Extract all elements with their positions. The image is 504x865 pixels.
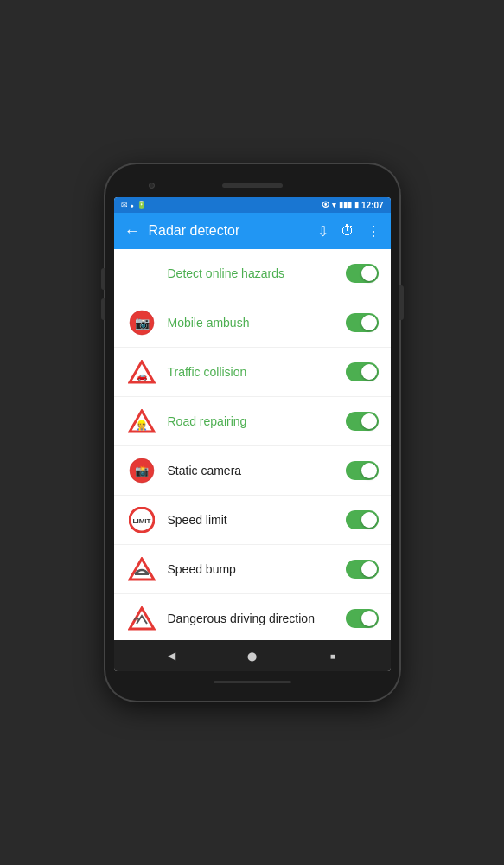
screen: ✉ ● 🔋 ⦿ ▾ ▮▮▮ ▮ 12:07 ← Radar detector ⇩…	[114, 197, 391, 671]
traffic-collision-toggle[interactable]	[346, 362, 379, 381]
online-hazards-icon-placeholder	[126, 258, 157, 289]
dangerous-driving-toggle[interactable]	[346, 609, 379, 628]
battery-saver-icon: 🔋	[137, 201, 146, 209]
location-icon: ⦿	[322, 201, 329, 209]
static-camera-toggle[interactable]	[346, 461, 379, 480]
history-icon[interactable]: ⏱	[341, 223, 354, 239]
phone-device: ✉ ● 🔋 ⦿ ▾ ▮▮▮ ▮ 12:07 ← Radar detector ⇩…	[105, 164, 399, 701]
wifi-icon: ▾	[332, 201, 336, 209]
mobile-ambush-label: Mobile ambush	[168, 316, 346, 330]
svg-marker-12	[130, 608, 154, 629]
road-repairing-icon: 👷	[126, 406, 157, 437]
traffic-collision-icon: 🚗	[126, 356, 157, 388]
svg-text:👷: 👷	[136, 419, 148, 431]
volume-up-button[interactable]	[101, 268, 105, 290]
bottom-navigation: ◀ ⬤ ■	[114, 640, 391, 671]
speed-bump-label: Speed bump	[168, 562, 346, 576]
list-item-traffic-collision[interactable]: 🚗 Traffic collision	[114, 348, 391, 397]
phone-top-bar	[114, 176, 391, 194]
list-item-dangerous-driving[interactable]: Dangerous driving direction	[114, 594, 391, 640]
online-hazards-toggle[interactable]	[346, 264, 379, 283]
svg-text:🚗: 🚗	[137, 370, 148, 381]
road-repairing-toggle[interactable]	[346, 412, 379, 431]
list-item-mobile-ambush[interactable]: 📷 Mobile ambush	[114, 298, 391, 348]
app-bar: ← Radar detector ⇩ ⏱ ⋮	[114, 213, 391, 249]
static-camera-icon: 📸	[126, 455, 157, 486]
svg-text:LIMIT: LIMIT	[132, 517, 150, 525]
list-item-online-hazards[interactable]: Detect online hazards	[114, 249, 391, 298]
speed-limit-label: Speed limit	[168, 513, 346, 527]
app-bar-title: Radar detector	[149, 223, 309, 239]
power-button[interactable]	[399, 285, 404, 320]
speed-limit-toggle[interactable]	[346, 510, 379, 529]
list-item-static-camera[interactable]: 📸 Static camera	[114, 446, 391, 496]
more-options-icon[interactable]: ⋮	[367, 223, 380, 240]
list-item-speed-bump[interactable]: Speed bump	[114, 545, 391, 594]
battery-icon: ▮	[354, 201, 359, 209]
status-left-icons: ✉ ● 🔋	[121, 201, 146, 209]
road-repairing-label: Road repairing	[168, 414, 346, 428]
status-right-icons: ⦿ ▾ ▮▮▮ ▮ 12:07	[322, 201, 384, 210]
recent-nav-button[interactable]: ■	[322, 645, 343, 666]
app-bar-actions: ⇩ ⏱ ⋮	[317, 223, 380, 240]
download-icon[interactable]: ⇩	[317, 223, 329, 240]
phone-bottom-bar	[114, 675, 391, 689]
back-nav-button[interactable]: ◀	[161, 645, 182, 666]
speed-bump-toggle[interactable]	[346, 560, 379, 579]
list-item-speed-limit[interactable]: LIMIT Speed limit	[114, 496, 391, 545]
svg-text:📸: 📸	[135, 464, 150, 478]
back-button[interactable]: ←	[124, 222, 140, 240]
svg-text:📷: 📷	[134, 316, 150, 330]
mobile-ambush-toggle[interactable]	[346, 313, 379, 332]
static-camera-label: Static camera	[168, 464, 346, 477]
list-item-road-repairing[interactable]: 👷 Road repairing	[114, 397, 391, 446]
bottom-ridge	[214, 681, 291, 683]
speed-limit-icon: LIMIT	[126, 504, 157, 535]
email-icon: ✉	[121, 201, 128, 209]
settings-list: Detect online hazards 📷 Mobile ambush	[114, 249, 391, 640]
signal-icon: ▮▮▮	[339, 201, 352, 209]
home-nav-button[interactable]: ⬤	[241, 645, 262, 666]
dot-icon: ●	[131, 202, 134, 208]
earpiece	[222, 183, 283, 188]
traffic-collision-label: Traffic collision	[168, 365, 346, 379]
volume-down-button[interactable]	[101, 298, 105, 320]
speed-bump-icon	[126, 554, 157, 585]
dangerous-driving-icon	[126, 603, 157, 634]
online-hazards-label: Detect online hazards	[168, 266, 346, 280]
time-display: 12:07	[361, 201, 384, 210]
front-camera	[149, 183, 155, 189]
dangerous-driving-label: Dangerous driving direction	[168, 612, 346, 625]
status-bar: ✉ ● 🔋 ⦿ ▾ ▮▮▮ ▮ 12:07	[114, 197, 391, 213]
mobile-ambush-icon: 📷	[126, 307, 157, 338]
